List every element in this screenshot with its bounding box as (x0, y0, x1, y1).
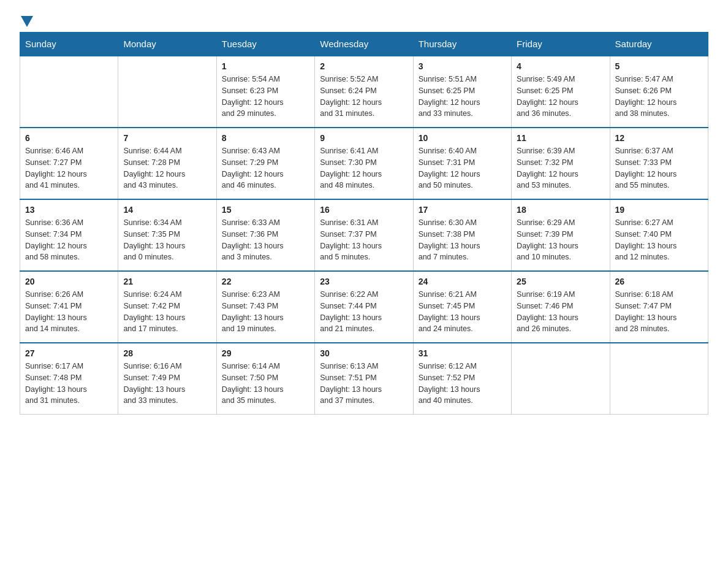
logo-triangle-icon (21, 16, 33, 27)
day-info: Sunrise: 6:17 AMSunset: 7:48 PMDaylight:… (25, 361, 113, 407)
day-info: Sunrise: 6:21 AMSunset: 7:45 PMDaylight:… (419, 289, 506, 335)
day-number: 10 (419, 133, 506, 143)
calendar-cell: 15Sunrise: 6:33 AMSunset: 7:36 PMDayligh… (216, 199, 314, 271)
day-info: Sunrise: 6:23 AMSunset: 7:43 PMDaylight:… (222, 289, 309, 335)
day-number: 27 (25, 348, 113, 358)
day-number: 12 (615, 133, 703, 143)
calendar-week-row: 13Sunrise: 6:36 AMSunset: 7:34 PMDayligh… (20, 199, 708, 271)
calendar-cell: 9Sunrise: 6:41 AMSunset: 7:30 PMDaylight… (315, 128, 413, 199)
day-number: 3 (419, 61, 506, 71)
day-number: 25 (517, 277, 604, 286)
day-number: 29 (222, 348, 309, 358)
day-info: Sunrise: 6:16 AMSunset: 7:49 PMDaylight:… (123, 361, 211, 407)
weekday-header-saturday: Saturday (610, 33, 708, 56)
day-info: Sunrise: 5:52 AMSunset: 6:24 PMDaylight:… (320, 74, 408, 120)
calendar-cell (610, 343, 708, 415)
calendar-cell: 7Sunrise: 6:44 AMSunset: 7:28 PMDaylight… (118, 128, 216, 199)
calendar-cell: 28Sunrise: 6:16 AMSunset: 7:49 PMDayligh… (118, 343, 216, 415)
day-number: 1 (222, 61, 309, 71)
day-info: Sunrise: 5:49 AMSunset: 6:25 PMDaylight:… (517, 74, 604, 120)
calendar-cell: 2Sunrise: 5:52 AMSunset: 6:24 PMDaylight… (315, 56, 413, 128)
logo (20, 15, 33, 25)
calendar-cell: 22Sunrise: 6:23 AMSunset: 7:43 PMDayligh… (216, 271, 314, 343)
calendar-cell (118, 56, 216, 128)
day-info: Sunrise: 6:18 AMSunset: 7:47 PMDaylight:… (615, 289, 703, 335)
day-number: 11 (517, 133, 604, 143)
day-number: 5 (615, 61, 703, 71)
day-number: 21 (123, 277, 211, 286)
day-info: Sunrise: 6:26 AMSunset: 7:41 PMDaylight:… (25, 289, 113, 335)
calendar-cell: 23Sunrise: 6:22 AMSunset: 7:44 PMDayligh… (315, 271, 413, 343)
calendar-cell: 24Sunrise: 6:21 AMSunset: 7:45 PMDayligh… (413, 271, 511, 343)
day-number: 17 (419, 205, 506, 215)
calendar-cell (512, 343, 610, 415)
day-info: Sunrise: 6:22 AMSunset: 7:44 PMDaylight:… (320, 289, 408, 335)
calendar-cell: 21Sunrise: 6:24 AMSunset: 7:42 PMDayligh… (118, 271, 216, 343)
day-info: Sunrise: 6:14 AMSunset: 7:50 PMDaylight:… (222, 361, 309, 407)
weekday-header-wednesday: Wednesday (315, 33, 413, 56)
day-number: 8 (222, 133, 309, 143)
calendar-cell: 31Sunrise: 6:12 AMSunset: 7:52 PMDayligh… (413, 343, 511, 415)
calendar-cell: 13Sunrise: 6:36 AMSunset: 7:34 PMDayligh… (20, 199, 118, 271)
calendar-cell: 30Sunrise: 6:13 AMSunset: 7:51 PMDayligh… (315, 343, 413, 415)
calendar-cell: 8Sunrise: 6:43 AMSunset: 7:29 PMDaylight… (216, 128, 314, 199)
day-number: 20 (25, 277, 113, 286)
calendar-week-row: 20Sunrise: 6:26 AMSunset: 7:41 PMDayligh… (20, 271, 708, 343)
day-info: Sunrise: 6:34 AMSunset: 7:35 PMDaylight:… (123, 217, 211, 263)
day-number: 18 (517, 205, 604, 215)
calendar-week-row: 1Sunrise: 5:54 AMSunset: 6:23 PMDaylight… (20, 56, 708, 128)
day-number: 19 (615, 205, 703, 215)
day-number: 13 (25, 205, 113, 215)
calendar-week-row: 27Sunrise: 6:17 AMSunset: 7:48 PMDayligh… (20, 343, 708, 415)
day-number: 31 (419, 348, 506, 358)
weekday-header-friday: Friday (512, 33, 610, 56)
day-info: Sunrise: 6:40 AMSunset: 7:31 PMDaylight:… (419, 145, 506, 191)
day-info: Sunrise: 6:13 AMSunset: 7:51 PMDaylight:… (320, 361, 408, 407)
weekday-header-sunday: Sunday (20, 33, 118, 56)
calendar-cell: 10Sunrise: 6:40 AMSunset: 7:31 PMDayligh… (413, 128, 511, 199)
day-number: 26 (615, 277, 703, 286)
calendar-cell: 20Sunrise: 6:26 AMSunset: 7:41 PMDayligh… (20, 271, 118, 343)
day-info: Sunrise: 6:31 AMSunset: 7:37 PMDaylight:… (320, 217, 408, 263)
day-number: 24 (419, 277, 506, 286)
calendar-cell: 25Sunrise: 6:19 AMSunset: 7:46 PMDayligh… (512, 271, 610, 343)
day-info: Sunrise: 6:30 AMSunset: 7:38 PMDaylight:… (419, 217, 506, 263)
calendar-cell: 4Sunrise: 5:49 AMSunset: 6:25 PMDaylight… (512, 56, 610, 128)
calendar-cell: 16Sunrise: 6:31 AMSunset: 7:37 PMDayligh… (315, 199, 413, 271)
day-number: 2 (320, 61, 408, 71)
calendar-cell: 3Sunrise: 5:51 AMSunset: 6:25 PMDaylight… (413, 56, 511, 128)
calendar-table: SundayMondayTuesdayWednesdayThursdayFrid… (20, 32, 708, 415)
day-info: Sunrise: 6:33 AMSunset: 7:36 PMDaylight:… (222, 217, 309, 263)
calendar-cell: 11Sunrise: 6:39 AMSunset: 7:32 PMDayligh… (512, 128, 610, 199)
day-number: 15 (222, 205, 309, 215)
day-info: Sunrise: 5:54 AMSunset: 6:23 PMDaylight:… (222, 74, 309, 120)
calendar-cell: 26Sunrise: 6:18 AMSunset: 7:47 PMDayligh… (610, 271, 708, 343)
weekday-header-monday: Monday (118, 33, 216, 56)
day-info: Sunrise: 6:29 AMSunset: 7:39 PMDaylight:… (517, 217, 604, 263)
day-info: Sunrise: 6:46 AMSunset: 7:27 PMDaylight:… (25, 145, 113, 191)
calendar-cell: 6Sunrise: 6:46 AMSunset: 7:27 PMDaylight… (20, 128, 118, 199)
day-number: 28 (123, 348, 211, 358)
day-number: 9 (320, 133, 408, 143)
calendar-cell: 27Sunrise: 6:17 AMSunset: 7:48 PMDayligh… (20, 343, 118, 415)
calendar-week-row: 6Sunrise: 6:46 AMSunset: 7:27 PMDaylight… (20, 128, 708, 199)
day-info: Sunrise: 6:27 AMSunset: 7:40 PMDaylight:… (615, 217, 703, 263)
page-header (20, 15, 708, 25)
calendar-cell: 29Sunrise: 6:14 AMSunset: 7:50 PMDayligh… (216, 343, 314, 415)
day-number: 6 (25, 133, 113, 143)
calendar-header-row: SundayMondayTuesdayWednesdayThursdayFrid… (20, 33, 708, 56)
day-number: 30 (320, 348, 408, 358)
day-info: Sunrise: 6:19 AMSunset: 7:46 PMDaylight:… (517, 289, 604, 335)
day-info: Sunrise: 5:47 AMSunset: 6:26 PMDaylight:… (615, 74, 703, 120)
day-info: Sunrise: 6:39 AMSunset: 7:32 PMDaylight:… (517, 145, 604, 191)
day-number: 22 (222, 277, 309, 286)
day-info: Sunrise: 5:51 AMSunset: 6:25 PMDaylight:… (419, 74, 506, 120)
day-number: 23 (320, 277, 408, 286)
day-info: Sunrise: 6:24 AMSunset: 7:42 PMDaylight:… (123, 289, 211, 335)
day-info: Sunrise: 6:12 AMSunset: 7:52 PMDaylight:… (419, 361, 506, 407)
calendar-cell: 5Sunrise: 5:47 AMSunset: 6:26 PMDaylight… (610, 56, 708, 128)
calendar-cell: 12Sunrise: 6:37 AMSunset: 7:33 PMDayligh… (610, 128, 708, 199)
day-info: Sunrise: 6:44 AMSunset: 7:28 PMDaylight:… (123, 145, 211, 191)
weekday-header-tuesday: Tuesday (216, 33, 314, 56)
day-number: 16 (320, 205, 408, 215)
